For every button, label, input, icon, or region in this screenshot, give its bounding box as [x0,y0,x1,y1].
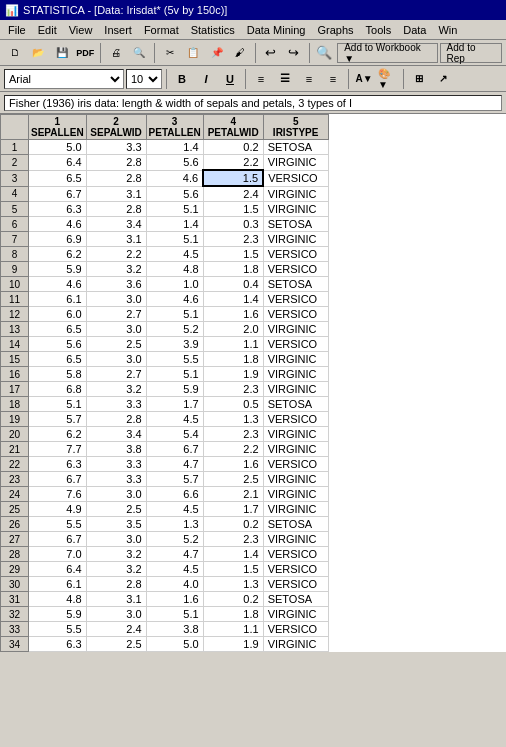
cell-16-4[interactable]: 1.9 [203,367,263,382]
cell-18-4[interactable]: 0.5 [203,397,263,412]
add-to-workbook-btn[interactable]: Add to Workbook ▼ [337,43,437,63]
cell-14-1[interactable]: 5.6 [29,337,87,352]
cell-20-1[interactable]: 6.2 [29,427,87,442]
cell-17-1[interactable]: 6.8 [29,382,87,397]
save-btn[interactable]: 💾 [51,42,72,64]
paste-btn[interactable]: 📌 [206,42,227,64]
cell-12-3[interactable]: 5.1 [146,307,203,322]
cell-21-4[interactable]: 2.2 [203,442,263,457]
align-center-btn[interactable]: ☰ [274,68,296,90]
cell-29-5[interactable]: VERSICO [263,562,328,577]
cell-10-4[interactable]: 0.4 [203,277,263,292]
cell-34-5[interactable]: VIRGINIC [263,637,328,652]
cell-5-1[interactable]: 6.3 [29,202,87,217]
cell-31-5[interactable]: SETOSA [263,592,328,607]
copy-btn[interactable]: 📋 [182,42,203,64]
cell-13-5[interactable]: VIRGINIC [263,322,328,337]
cell-27-1[interactable]: 6.7 [29,532,87,547]
cell-20-3[interactable]: 5.4 [146,427,203,442]
cell-4-1[interactable]: 6.7 [29,186,87,202]
cell-10-1[interactable]: 4.6 [29,277,87,292]
cell-3-2[interactable]: 2.8 [86,170,146,186]
cell-32-2[interactable]: 3.0 [86,607,146,622]
cell-25-1[interactable]: 4.9 [29,502,87,517]
cell-30-3[interactable]: 4.0 [146,577,203,592]
print-preview-btn[interactable]: 🔍 [128,42,149,64]
cell-30-1[interactable]: 6.1 [29,577,87,592]
bold-btn[interactable]: B [171,68,193,90]
borders-btn[interactable]: ⊞ [408,68,430,90]
bg-color-btn[interactable]: 🎨▼ [377,68,399,90]
cell-12-5[interactable]: VERSICO [263,307,328,322]
cell-11-2[interactable]: 3.0 [86,292,146,307]
cell-8-1[interactable]: 6.2 [29,247,87,262]
cell-14-5[interactable]: VERSICO [263,337,328,352]
cell-23-4[interactable]: 2.5 [203,472,263,487]
cell-1-5[interactable]: SETOSA [263,140,328,155]
cell-29-2[interactable]: 3.2 [86,562,146,577]
cell-31-3[interactable]: 1.6 [146,592,203,607]
menu-edit[interactable]: Edit [32,22,63,38]
cell-33-5[interactable]: VERSICO [263,622,328,637]
cell-18-1[interactable]: 5.1 [29,397,87,412]
cell-33-2[interactable]: 2.4 [86,622,146,637]
cell-16-3[interactable]: 5.1 [146,367,203,382]
cell-26-1[interactable]: 5.5 [29,517,87,532]
cell-29-3[interactable]: 4.5 [146,562,203,577]
cell-24-2[interactable]: 3.0 [86,487,146,502]
menu-datamining[interactable]: Data Mining [241,22,312,38]
cell-20-4[interactable]: 2.3 [203,427,263,442]
cell-20-2[interactable]: 3.4 [86,427,146,442]
cell-12-4[interactable]: 1.6 [203,307,263,322]
menu-data[interactable]: Data [397,22,432,38]
pdf-btn[interactable]: PDF [74,42,95,64]
align-left-btn[interactable]: ≡ [250,68,272,90]
align-justify-btn[interactable]: ≡ [322,68,344,90]
cell-19-4[interactable]: 1.3 [203,412,263,427]
cell-25-2[interactable]: 2.5 [86,502,146,517]
cell-7-5[interactable]: VIRGINIC [263,232,328,247]
cell-1-1[interactable]: 5.0 [29,140,87,155]
cell-15-3[interactable]: 5.5 [146,352,203,367]
cell-26-2[interactable]: 3.5 [86,517,146,532]
cell-22-3[interactable]: 4.7 [146,457,203,472]
cell-28-4[interactable]: 1.4 [203,547,263,562]
col-header-4[interactable]: 4 PETALWID [203,115,263,140]
extra-btn[interactable]: ↗ [432,68,454,90]
cell-23-1[interactable]: 6.7 [29,472,87,487]
cell-1-4[interactable]: 0.2 [203,140,263,155]
cell-18-2[interactable]: 3.3 [86,397,146,412]
cell-31-4[interactable]: 0.2 [203,592,263,607]
cell-7-4[interactable]: 2.3 [203,232,263,247]
cell-25-5[interactable]: VIRGINIC [263,502,328,517]
cell-26-4[interactable]: 0.2 [203,517,263,532]
italic-btn[interactable]: I [195,68,217,90]
cell-14-4[interactable]: 1.1 [203,337,263,352]
cell-21-1[interactable]: 7.7 [29,442,87,457]
menu-file[interactable]: File [2,22,32,38]
search-btn[interactable]: 🔍 [314,42,335,64]
cell-34-2[interactable]: 2.5 [86,637,146,652]
cell-32-3[interactable]: 5.1 [146,607,203,622]
cell-21-5[interactable]: VIRGINIC [263,442,328,457]
cell-21-3[interactable]: 6.7 [146,442,203,457]
cell-23-5[interactable]: VIRGINIC [263,472,328,487]
cell-22-1[interactable]: 6.3 [29,457,87,472]
cell-16-5[interactable]: VIRGINIC [263,367,328,382]
cell-5-3[interactable]: 5.1 [146,202,203,217]
cell-32-5[interactable]: VIRGINIC [263,607,328,622]
cell-8-5[interactable]: VERSICO [263,247,328,262]
cell-31-2[interactable]: 3.1 [86,592,146,607]
cell-2-1[interactable]: 6.4 [29,155,87,171]
cell-18-3[interactable]: 1.7 [146,397,203,412]
cell-26-3[interactable]: 1.3 [146,517,203,532]
cell-30-4[interactable]: 1.3 [203,577,263,592]
cell-17-2[interactable]: 3.2 [86,382,146,397]
cell-7-1[interactable]: 6.9 [29,232,87,247]
cell-1-2[interactable]: 3.3 [86,140,146,155]
cell-24-3[interactable]: 6.6 [146,487,203,502]
cell-12-1[interactable]: 6.0 [29,307,87,322]
cell-5-5[interactable]: VIRGINIC [263,202,328,217]
cell-3-3[interactable]: 4.6 [146,170,203,186]
cell-3-1[interactable]: 6.5 [29,170,87,186]
